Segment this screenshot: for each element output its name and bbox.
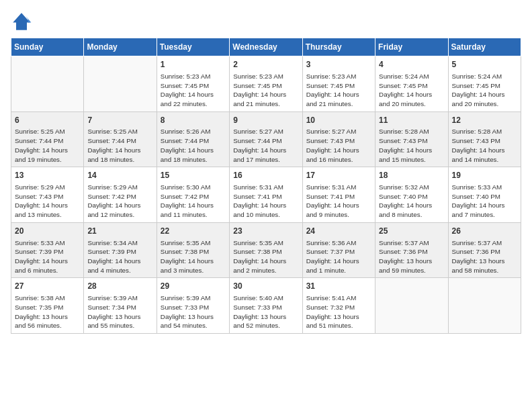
day-info: Sunrise: 5:31 AM Sunset: 7:41 PM Dayligh…: [233, 183, 298, 220]
day-number: 24: [306, 226, 371, 237]
day-number: 8: [161, 115, 226, 126]
day-info: Sunrise: 5:25 AM Sunset: 7:44 PM Dayligh…: [87, 127, 152, 164]
calendar-day-cell: 16Sunrise: 5:31 AM Sunset: 7:41 PM Dayli…: [230, 167, 302, 223]
calendar-day-cell: 26Sunrise: 5:37 AM Sunset: 7:36 PM Dayli…: [448, 222, 521, 278]
day-number: 28: [87, 281, 152, 292]
weekday-header: Friday: [375, 38, 448, 56]
day-info: Sunrise: 5:37 AM Sunset: 7:36 PM Dayligh…: [379, 238, 444, 275]
day-number: 27: [15, 281, 80, 292]
logo: [11, 11, 35, 32]
day-number: 3: [306, 59, 371, 71]
weekday-header: Tuesday: [157, 38, 229, 56]
calendar-day-cell: 7Sunrise: 5:25 AM Sunset: 7:44 PM Daylig…: [84, 111, 157, 167]
calendar-day-cell: 25Sunrise: 5:37 AM Sunset: 7:36 PM Dayli…: [375, 222, 448, 278]
calendar-day-cell: [448, 278, 521, 334]
day-info: Sunrise: 5:37 AM Sunset: 7:36 PM Dayligh…: [452, 238, 517, 275]
day-number: 29: [161, 281, 226, 292]
day-number: 1: [161, 59, 226, 71]
day-info: Sunrise: 5:34 AM Sunset: 7:39 PM Dayligh…: [87, 238, 152, 275]
calendar-day-cell: 6Sunrise: 5:25 AM Sunset: 7:44 PM Daylig…: [11, 111, 84, 167]
day-number: 4: [379, 59, 444, 71]
weekday-header: Wednesday: [230, 38, 302, 56]
weekday-header: Thursday: [302, 38, 375, 56]
day-number: 18: [379, 170, 444, 181]
calendar-table: SundayMondayTuesdayWednesdayThursdayFrid…: [11, 38, 521, 334]
calendar-week-row: 27Sunrise: 5:38 AM Sunset: 7:35 PM Dayli…: [11, 278, 521, 334]
day-number: 23: [233, 226, 298, 237]
svg-marker-0: [13, 13, 30, 30]
day-info: Sunrise: 5:38 AM Sunset: 7:35 PM Dayligh…: [15, 293, 80, 330]
day-info: Sunrise: 5:28 AM Sunset: 7:43 PM Dayligh…: [452, 127, 517, 164]
day-info: Sunrise: 5:36 AM Sunset: 7:37 PM Dayligh…: [306, 238, 371, 275]
day-info: Sunrise: 5:32 AM Sunset: 7:40 PM Dayligh…: [379, 183, 444, 220]
calendar-day-cell: 28Sunrise: 5:39 AM Sunset: 7:34 PM Dayli…: [84, 278, 157, 334]
calendar-day-cell: 23Sunrise: 5:35 AM Sunset: 7:38 PM Dayli…: [230, 222, 302, 278]
day-number: 5: [452, 59, 517, 71]
day-info: Sunrise: 5:26 AM Sunset: 7:44 PM Dayligh…: [161, 127, 226, 164]
day-number: 9: [233, 115, 298, 126]
calendar-day-cell: 27Sunrise: 5:38 AM Sunset: 7:35 PM Dayli…: [11, 278, 84, 334]
calendar-day-cell: 19Sunrise: 5:33 AM Sunset: 7:40 PM Dayli…: [448, 167, 521, 223]
calendar-header-row: SundayMondayTuesdayWednesdayThursdayFrid…: [11, 38, 521, 56]
day-number: 6: [15, 115, 80, 126]
calendar-day-cell: 13Sunrise: 5:29 AM Sunset: 7:43 PM Dayli…: [11, 167, 84, 223]
calendar-day-cell: 12Sunrise: 5:28 AM Sunset: 7:43 PM Dayli…: [448, 111, 521, 167]
day-number: 20: [15, 226, 80, 237]
logo-icon: [11, 11, 32, 32]
calendar-day-cell: [84, 56, 157, 112]
weekday-header: Saturday: [448, 38, 521, 56]
day-info: Sunrise: 5:35 AM Sunset: 7:38 PM Dayligh…: [161, 238, 226, 275]
calendar-day-cell: 8Sunrise: 5:26 AM Sunset: 7:44 PM Daylig…: [157, 111, 229, 167]
day-info: Sunrise: 5:29 AM Sunset: 7:43 PM Dayligh…: [15, 183, 80, 220]
day-info: Sunrise: 5:40 AM Sunset: 7:33 PM Dayligh…: [233, 293, 298, 330]
day-number: 22: [161, 226, 226, 237]
calendar-day-cell: 21Sunrise: 5:34 AM Sunset: 7:39 PM Dayli…: [84, 222, 157, 278]
calendar-day-cell: 9Sunrise: 5:27 AM Sunset: 7:44 PM Daylig…: [230, 111, 302, 167]
day-info: Sunrise: 5:31 AM Sunset: 7:41 PM Dayligh…: [306, 183, 371, 220]
day-info: Sunrise: 5:33 AM Sunset: 7:40 PM Dayligh…: [452, 183, 517, 220]
weekday-header: Sunday: [11, 38, 84, 56]
day-number: 26: [452, 226, 517, 237]
day-info: Sunrise: 5:23 AM Sunset: 7:45 PM Dayligh…: [306, 72, 371, 109]
calendar-day-cell: 20Sunrise: 5:33 AM Sunset: 7:39 PM Dayli…: [11, 222, 84, 278]
calendar-day-cell: 10Sunrise: 5:27 AM Sunset: 7:43 PM Dayli…: [302, 111, 375, 167]
day-info: Sunrise: 5:27 AM Sunset: 7:44 PM Dayligh…: [233, 127, 298, 164]
day-info: Sunrise: 5:30 AM Sunset: 7:42 PM Dayligh…: [161, 183, 226, 220]
day-info: Sunrise: 5:39 AM Sunset: 7:33 PM Dayligh…: [161, 293, 226, 330]
day-info: Sunrise: 5:23 AM Sunset: 7:45 PM Dayligh…: [161, 72, 226, 109]
day-number: 13: [15, 170, 80, 181]
calendar-day-cell: 17Sunrise: 5:31 AM Sunset: 7:41 PM Dayli…: [302, 167, 375, 223]
calendar-day-cell: 4Sunrise: 5:24 AM Sunset: 7:45 PM Daylig…: [375, 56, 448, 112]
day-info: Sunrise: 5:24 AM Sunset: 7:45 PM Dayligh…: [379, 72, 444, 109]
weekday-header: Monday: [84, 38, 157, 56]
calendar-week-row: 6Sunrise: 5:25 AM Sunset: 7:44 PM Daylig…: [11, 111, 521, 167]
day-info: Sunrise: 5:24 AM Sunset: 7:45 PM Dayligh…: [452, 72, 517, 109]
day-info: Sunrise: 5:25 AM Sunset: 7:44 PM Dayligh…: [15, 127, 80, 164]
page-header: [11, 11, 521, 32]
day-number: 31: [306, 281, 371, 292]
day-number: 12: [452, 115, 517, 126]
day-number: 14: [87, 170, 152, 181]
calendar-day-cell: [375, 278, 448, 334]
day-number: 7: [87, 115, 152, 126]
calendar-day-cell: [11, 56, 84, 112]
calendar-day-cell: 24Sunrise: 5:36 AM Sunset: 7:37 PM Dayli…: [302, 222, 375, 278]
day-number: 17: [306, 170, 371, 181]
day-info: Sunrise: 5:41 AM Sunset: 7:32 PM Dayligh…: [306, 293, 371, 330]
day-info: Sunrise: 5:27 AM Sunset: 7:43 PM Dayligh…: [306, 127, 371, 164]
day-info: Sunrise: 5:39 AM Sunset: 7:34 PM Dayligh…: [87, 293, 152, 330]
day-info: Sunrise: 5:23 AM Sunset: 7:45 PM Dayligh…: [233, 72, 298, 109]
calendar-day-cell: 14Sunrise: 5:29 AM Sunset: 7:42 PM Dayli…: [84, 167, 157, 223]
calendar-day-cell: 2Sunrise: 5:23 AM Sunset: 7:45 PM Daylig…: [230, 56, 302, 112]
day-number: 15: [161, 170, 226, 181]
calendar-week-row: 13Sunrise: 5:29 AM Sunset: 7:43 PM Dayli…: [11, 167, 521, 223]
calendar-day-cell: 11Sunrise: 5:28 AM Sunset: 7:43 PM Dayli…: [375, 111, 448, 167]
day-info: Sunrise: 5:28 AM Sunset: 7:43 PM Dayligh…: [379, 127, 444, 164]
calendar-day-cell: 31Sunrise: 5:41 AM Sunset: 7:32 PM Dayli…: [302, 278, 375, 334]
day-number: 10: [306, 115, 371, 126]
calendar-day-cell: 18Sunrise: 5:32 AM Sunset: 7:40 PM Dayli…: [375, 167, 448, 223]
calendar-week-row: 20Sunrise: 5:33 AM Sunset: 7:39 PM Dayli…: [11, 222, 521, 278]
calendar-day-cell: 22Sunrise: 5:35 AM Sunset: 7:38 PM Dayli…: [157, 222, 229, 278]
day-number: 16: [233, 170, 298, 181]
day-info: Sunrise: 5:33 AM Sunset: 7:39 PM Dayligh…: [15, 238, 80, 275]
